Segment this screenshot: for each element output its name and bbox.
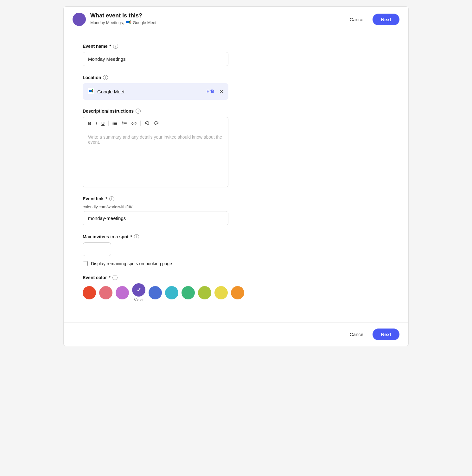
location-section: Location i Google Meet Edit ✕ (83, 75, 389, 100)
event-name-input[interactable] (83, 52, 228, 66)
header-subtitle-text: Monday Meetings, (90, 20, 124, 25)
description-editor: B I U (83, 117, 228, 187)
event-color-info-icon[interactable]: i (112, 275, 118, 280)
max-invitees-info-icon[interactable]: i (134, 234, 139, 239)
max-invitees-input[interactable] (83, 242, 111, 256)
max-invitees-section: Max invitees in a spot * i Display remai… (83, 234, 389, 266)
color-swatch-wrapper-tomato (83, 286, 96, 299)
svg-rect-11 (114, 123, 117, 124)
svg-rect-9 (114, 122, 117, 122)
location-remove-button[interactable]: ✕ (219, 89, 223, 95)
header-subtitle: Monday Meetings, Google Meet (90, 19, 156, 26)
color-swatch-tangerine[interactable] (231, 286, 244, 299)
svg-text:2.: 2. (122, 123, 124, 125)
description-input[interactable]: Write a summary and any details your inv… (83, 130, 228, 187)
unordered-list-button[interactable] (111, 120, 119, 127)
color-swatch-lavender[interactable] (116, 286, 129, 299)
avatar (73, 13, 86, 26)
toolbar-divider-1 (108, 121, 109, 126)
color-swatch-wrapper-violet: Violet (132, 283, 145, 302)
svg-point-12 (113, 124, 114, 125)
color-swatches: Violet (83, 283, 389, 302)
event-name-info-icon[interactable]: i (113, 44, 118, 49)
color-swatch-wrapper-sage (182, 286, 195, 299)
google-meet-icon (125, 19, 131, 26)
location-info-icon[interactable]: i (103, 75, 108, 80)
svg-point-10 (113, 123, 114, 124)
ordered-list-button[interactable]: 1. 2. (121, 120, 128, 127)
svg-rect-17 (124, 123, 127, 124)
event-color-label: Event color * i (83, 275, 389, 280)
editor-toolbar: B I U (83, 117, 228, 130)
color-swatch-wrapper-tangerine (231, 286, 244, 299)
color-swatch-peacock[interactable] (165, 286, 178, 299)
color-swatch-wrapper-blueberry (149, 286, 162, 299)
svg-point-8 (113, 122, 114, 123)
color-swatch-banana[interactable] (214, 286, 228, 299)
display-spots-row: Display remaining spots on booking page (83, 261, 389, 266)
location-box: Google Meet Edit ✕ (83, 83, 228, 100)
color-swatch-wrapper-peacock (165, 286, 178, 299)
footer: Cancel Next (64, 323, 408, 346)
color-swatch-wrapper-basil (198, 286, 211, 299)
header-next-button[interactable]: Next (373, 14, 399, 25)
location-edit-button[interactable]: Edit (207, 89, 214, 94)
location-label: Location i (83, 75, 389, 80)
color-swatch-sage[interactable] (182, 286, 195, 299)
italic-button[interactable]: I (94, 120, 98, 127)
svg-rect-2 (126, 21, 129, 23)
svg-rect-15 (124, 122, 127, 122)
location-text: Google Meet (97, 89, 203, 94)
max-invitees-label: Max invitees in a spot * i (83, 234, 389, 239)
event-link-section: Event link * i calendly.com/workswithift… (83, 196, 389, 225)
color-swatch-blueberry[interactable] (149, 286, 162, 299)
toolbar-divider-2 (140, 121, 141, 126)
header-cancel-button[interactable]: Cancel (346, 14, 368, 25)
description-info-icon[interactable]: i (136, 109, 141, 114)
link-button[interactable] (130, 120, 138, 127)
header-text-block: What event is this? Monday Meetings, Goo… (90, 12, 156, 26)
color-swatch-flamingo[interactable] (99, 286, 112, 299)
location-google-meet-icon (88, 88, 94, 95)
description-section: Description/Instructions i B I U (83, 109, 389, 187)
event-link-prefix: calendly.com/workswithifttt/ (83, 204, 389, 209)
color-swatch-violet[interactable] (132, 283, 145, 297)
svg-rect-6 (89, 90, 92, 92)
underline-button[interactable]: U (100, 120, 106, 127)
event-link-info-icon[interactable]: i (109, 196, 114, 201)
header-actions: Cancel Next (346, 14, 399, 25)
color-label-violet: Violet (134, 298, 144, 302)
svg-rect-13 (114, 124, 117, 125)
redo-button[interactable] (153, 120, 160, 127)
event-name-label: Event name * i (83, 44, 389, 49)
color-swatch-wrapper-lavender (116, 286, 129, 299)
undo-button[interactable] (143, 120, 151, 127)
color-swatch-basil[interactable] (198, 286, 211, 299)
header: What event is this? Monday Meetings, Goo… (64, 7, 408, 32)
header-left: What event is this? Monday Meetings, Goo… (73, 12, 156, 26)
header-title: What event is this? (90, 12, 156, 19)
event-link-input[interactable] (83, 211, 228, 225)
header-subtitle-location: Google Meet (133, 20, 156, 25)
page-container: What event is this? Monday Meetings, Goo… (63, 6, 409, 346)
description-label: Description/Instructions i (83, 109, 389, 114)
event-name-section: Event name * i (83, 44, 389, 66)
footer-cancel-button[interactable]: Cancel (346, 329, 368, 340)
event-color-section: Event color * i Violet (83, 275, 389, 302)
description-placeholder: Write a summary and any details your inv… (88, 135, 222, 145)
color-swatch-tomato[interactable] (83, 286, 96, 299)
display-spots-checkbox[interactable] (83, 261, 88, 266)
color-swatch-wrapper-flamingo (99, 286, 112, 299)
color-swatch-wrapper-banana (214, 286, 228, 299)
form-content: Event name * i Location i (64, 32, 408, 323)
footer-next-button[interactable]: Next (373, 329, 399, 340)
display-spots-label: Display remaining spots on booking page (91, 261, 172, 266)
event-link-label: Event link * i (83, 196, 389, 201)
bold-button[interactable]: B (87, 120, 92, 127)
